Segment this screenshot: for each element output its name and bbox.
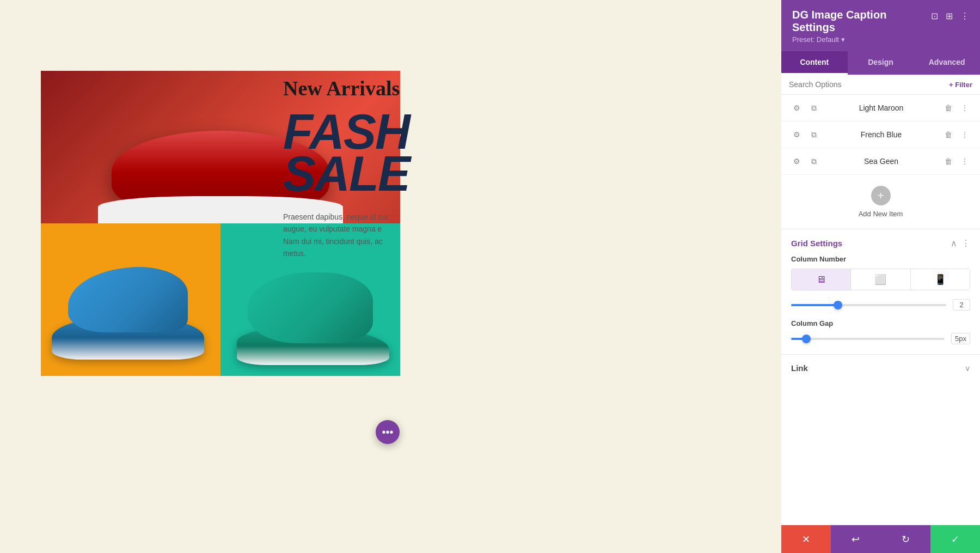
tab-content[interactable]: Content [781,51,848,75]
preset-actions-1: 🗑 ⋮ [942,128,971,141]
add-new-item[interactable]: + Add New Item [781,175,980,229]
slider-fill [791,304,838,306]
search-input[interactable] [789,80,949,89]
duplicate-icon-0[interactable]: ⧉ [807,101,820,114]
confirm-button[interactable]: ✓ [930,525,980,553]
fashion-text: FASH SALE [283,111,501,195]
column-number-label: Column Number [791,255,970,263]
more-icon-0[interactable]: ⋮ [958,101,971,114]
panel-title: DG Image Caption Settings [792,9,931,34]
three-dots-icon: ••• [382,426,393,439]
tab-bar: Content Design Advanced [781,51,980,75]
layout-icon[interactable]: ⊞ [946,11,953,21]
settings-icon-0[interactable]: ⚙ [790,101,803,114]
panel-header: DG Image Caption Settings Preset: Defaul… [781,0,980,51]
preset-name-0: Light Maroon [826,104,936,112]
preset-item-2: ⚙ ⧉ Sea Geen 🗑 ⋮ [781,148,980,175]
preset-item-icons-0: ⚙ ⧉ [790,101,820,114]
section-header-icons: ∧ ⋮ [951,238,970,248]
gap-slider-track [791,338,945,340]
tablet-icon: ⬜ [874,274,886,285]
grid-settings-content: Column Number 🖥 ⬜ 📱 [781,255,980,354]
column-gap-slider[interactable] [791,333,945,344]
col-option-desktop[interactable]: 🖥 [792,269,851,290]
settings-panel: DG Image Caption Settings Preset: Defaul… [781,0,980,553]
panel-body: ⚙ ⧉ Light Maroon 🗑 ⋮ ⚙ ⧉ French Blue 🗑 ⋮… [781,95,980,525]
preset-item-1: ⚙ ⧉ French Blue 🗑 ⋮ [781,121,980,148]
redo-icon: ↻ [902,533,910,545]
panel-header-icons: ⊡ ⊞ ⋮ [931,11,969,21]
new-arrivals-title: New Arrivals [283,76,501,100]
body-text: Praesent dapibus, neque id cur augue, eu… [283,211,392,260]
settings-icon-2[interactable]: ⚙ [790,155,803,168]
link-title: Link [791,363,808,373]
col-option-mobile[interactable]: 📱 [911,269,970,290]
mobile-icon: 📱 [934,274,946,285]
floating-menu-button[interactable]: ••• [376,420,400,444]
column-gap-label: Column Gap [791,319,970,327]
confirm-icon: ✓ [951,533,959,545]
sale-word: SALE [283,147,409,201]
link-section[interactable]: Link ∨ [781,354,980,381]
grid-settings-header: Grid Settings ∧ ⋮ [781,229,980,255]
column-number-value[interactable]: 2 [953,299,970,311]
more-icon-1[interactable]: ⋮ [958,128,971,141]
column-gap-slider-row: 5px [791,333,970,344]
more-icon-2[interactable]: ⋮ [958,155,971,168]
slider-track [791,304,946,306]
image-bottom-left [41,223,220,376]
gap-slider-thumb[interactable] [802,335,811,343]
column-selector: 🖥 ⬜ 📱 [791,269,970,290]
undo-button[interactable]: ↩ [831,525,880,553]
cancel-button[interactable]: ✕ [781,525,831,553]
tab-design[interactable]: Design [848,51,914,75]
duplicate-icon-2[interactable]: ⧉ [807,155,820,168]
panel-preset[interactable]: Preset: Default ▾ [792,35,931,44]
preset-item-icons-1: ⚙ ⧉ [790,128,820,141]
column-number-slider[interactable] [791,300,946,311]
desktop-icon: 🖥 [816,274,826,285]
preset-item-icons-2: ⚙ ⧉ [790,155,820,168]
settings-icon-1[interactable]: ⚙ [790,128,803,141]
more-icon[interactable]: ⋮ [960,11,969,21]
bottom-toolbar: ✕ ↩ ↻ ✓ [781,525,980,553]
panel-title-group: DG Image Caption Settings Preset: Defaul… [792,9,931,44]
preset-item-0: ⚙ ⧉ Light Maroon 🗑 ⋮ [781,95,980,121]
add-new-item-label: Add New Item [859,210,903,218]
delete-icon-1[interactable]: 🗑 [942,128,955,141]
column-number-slider-row: 2 [791,299,970,311]
column-gap-value[interactable]: 5px [951,333,970,344]
preset-actions-0: 🗑 ⋮ [942,101,971,114]
responsive-icon[interactable]: ⊡ [931,11,938,21]
chevron-down-icon: ∨ [965,364,970,373]
grid-settings-title: Grid Settings [791,239,842,248]
canvas-area: New Arrivals FASH SALE Praesent dapibus,… [0,0,781,553]
undo-icon: ↩ [852,533,860,545]
add-circle-icon: + [871,186,891,205]
slider-thumb[interactable] [834,301,842,309]
collapse-icon[interactable]: ∧ [951,238,957,248]
preset-name-1: French Blue [826,130,936,139]
col-option-tablet[interactable]: ⬜ [851,269,910,290]
redo-button[interactable]: ↻ [881,525,930,553]
delete-icon-2[interactable]: 🗑 [942,155,955,168]
delete-icon-0[interactable]: 🗑 [942,101,955,114]
cancel-icon: ✕ [802,533,810,545]
section-menu-icon[interactable]: ⋮ [961,238,970,248]
text-content: New Arrivals FASH SALE Praesent dapibus,… [283,76,501,260]
preset-actions-2: 🗑 ⋮ [942,155,971,168]
search-bar: + Filter [781,75,980,95]
preset-name-2: Sea Geen [826,157,936,166]
filter-button[interactable]: + Filter [949,81,972,89]
tab-advanced[interactable]: Advanced [914,51,980,75]
duplicate-icon-1[interactable]: ⧉ [807,128,820,141]
